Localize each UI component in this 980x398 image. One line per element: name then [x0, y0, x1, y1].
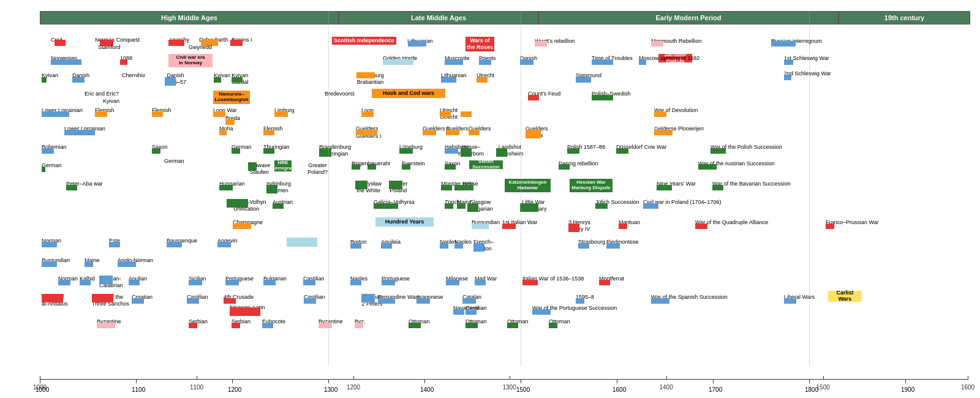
box-german-380[interactable] [232, 148, 240, 154]
box-anarchy[interactable] [168, 40, 184, 46]
box-4th-crusade[interactable] [224, 298, 236, 304]
box-aragonese[interactable] [417, 298, 430, 304]
box-wladyslaw[interactable] [355, 181, 368, 189]
box-aquileia[interactable] [381, 243, 392, 249]
box-maine[interactable] [85, 261, 93, 267]
box-nicaean-latin[interactable] [230, 307, 260, 316]
box-1595-8[interactable] [576, 298, 584, 304]
box-fitna[interactable] [42, 294, 63, 302]
box-habsburg-1[interactable] [445, 148, 458, 154]
box-nine-years[interactable] [657, 185, 672, 190]
box-norwegian[interactable] [51, 59, 81, 65]
box-champagne[interactable] [233, 223, 251, 229]
box-navarrese[interactable] [453, 309, 464, 315]
box-stettin[interactable]: Stettin Succession [469, 160, 503, 169]
box-namurois[interactable]: Namurois–Luxemburgish [213, 91, 250, 104]
box-este[interactable] [109, 242, 120, 247]
box-barons-i[interactable] [230, 40, 243, 46]
box-moha[interactable] [219, 130, 227, 135]
box-castilian-1[interactable] [303, 280, 315, 285]
box-burgundian-1[interactable] [472, 223, 489, 229]
box-croatian[interactable] [132, 298, 144, 304]
box-2nd-schleswig[interactable] [784, 75, 791, 80]
box-valkenburg[interactable] [356, 72, 375, 78]
box-carlist-wars[interactable]: Carlist Wars [828, 291, 862, 302]
box-portuguese-succession[interactable] [532, 309, 551, 315]
box-quadruple[interactable] [695, 223, 707, 229]
box-saxon-1[interactable] [152, 148, 160, 154]
box-munster[interactable] [441, 185, 452, 190]
box-danish-1500[interactable] [520, 59, 533, 65]
box-castilian-2-peters[interactable] [361, 294, 375, 302]
box-three-sanchos[interactable] [92, 294, 113, 302]
box-serbian-1[interactable] [189, 323, 197, 328]
box-bavarian-succession[interactable] [712, 185, 723, 190]
box-guelders-ii[interactable] [423, 130, 436, 135]
box-mainz[interactable] [457, 203, 466, 209]
box-wyatts[interactable] [535, 41, 547, 47]
box-war-devolution[interactable] [654, 111, 666, 117]
box-fernandine[interactable] [378, 298, 395, 304]
box-isdrinburg[interactable] [266, 185, 277, 193]
box-glasgow[interactable] [467, 203, 478, 212]
box-french-breton[interactable] [473, 243, 484, 252]
box-moscow-1682[interactable] [639, 59, 646, 65]
box-naples-2[interactable] [454, 243, 463, 249]
box-castilian-brand[interactable] [304, 298, 316, 304]
box-danish-1146[interactable] [165, 77, 176, 86]
box-galicia-volhynia[interactable] [374, 203, 398, 209]
box-galician[interactable] [227, 199, 248, 208]
box-kalbid[interactable] [80, 280, 91, 285]
box-german-main[interactable] [42, 167, 45, 172]
box-serbian-2[interactable] [232, 323, 240, 328]
box-castilian-nav[interactable] [466, 309, 477, 315]
box-utrecht-utrecht[interactable] [440, 111, 451, 117]
box-1088[interactable] [120, 59, 127, 65]
box-ottoman-1[interactable] [409, 323, 421, 328]
box-rugen[interactable] [352, 164, 360, 170]
box-guelders-wars[interactable] [526, 130, 541, 138]
box-loon-1390[interactable] [361, 111, 374, 117]
box-loon-war[interactable] [213, 111, 225, 117]
box-sicilian[interactable] [189, 280, 202, 285]
box-landshut[interactable] [496, 148, 507, 157]
box-everstein[interactable] [402, 164, 410, 170]
box-polish-swedish[interactable] [592, 95, 613, 100]
box-norman-2[interactable] [58, 280, 70, 285]
box-flemish-3[interactable] [263, 130, 274, 135]
box-monmouth[interactable] [651, 41, 663, 47]
box-apulian-calabrian[interactable] [99, 276, 113, 284]
box-luneburg[interactable] [399, 148, 413, 154]
box-kyivan-suzdal[interactable] [214, 77, 221, 83]
box-utrecht-2[interactable] [461, 111, 472, 117]
box-baussenque[interactable] [167, 242, 182, 247]
box-ottoman-3[interactable] [507, 323, 518, 328]
box-lower-lorrainian-2[interactable] [64, 130, 95, 135]
box-danzig[interactable] [559, 164, 570, 170]
box-byzantine[interactable] [97, 323, 115, 328]
box-mad-war[interactable] [475, 280, 486, 285]
box-civil-poland[interactable] [643, 203, 658, 209]
box-utrecht-1[interactable] [477, 77, 488, 83]
box-guelders-i[interactable] [356, 130, 377, 135]
box-italian-1536[interactable] [522, 280, 538, 285]
box-koln[interactable] [454, 185, 463, 190]
box-breda[interactable] [225, 119, 235, 125]
box-time-troubles[interactable] [592, 59, 613, 65]
box-austrian[interactable] [273, 203, 284, 209]
box-lower-lorrainian-1[interactable] [42, 111, 69, 117]
box-bulgarian[interactable] [263, 280, 276, 285]
box-flemish-1[interactable] [95, 111, 107, 117]
box-catalan[interactable] [462, 298, 476, 304]
box-eubocote[interactable] [262, 323, 273, 328]
box-burgundian-main[interactable] [42, 261, 57, 267]
box-golden-horde[interactable] [383, 59, 413, 65]
box-muscovite[interactable] [445, 59, 463, 65]
box-hundred-years[interactable]: Hundred Years [375, 217, 434, 227]
box-thuringian[interactable] [263, 148, 274, 154]
box-lithuanian-1[interactable] [408, 41, 426, 47]
box-hook-cod[interactable]: Hook and Cod wars [372, 89, 445, 98]
box-neuerahr[interactable] [368, 164, 376, 170]
box-mantuan[interactable] [619, 223, 627, 229]
box-guelders-iv[interactable] [469, 130, 480, 135]
